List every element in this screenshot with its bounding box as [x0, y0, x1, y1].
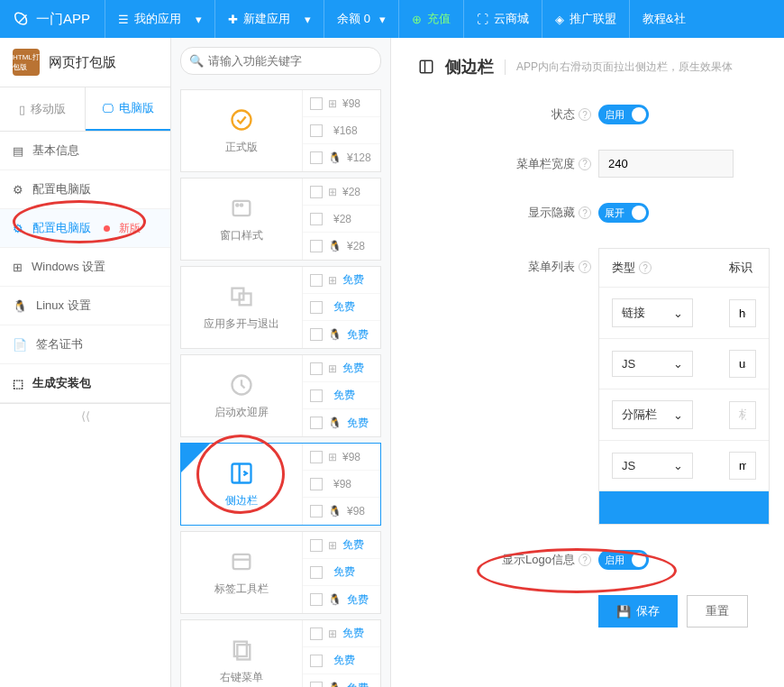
nav-recharge[interactable]: ⊕ 充值 [398, 0, 463, 38]
price-row[interactable]: 🐧 免费 [303, 586, 380, 613]
sidebar-item-windows[interactable]: ⊞ Windows 设置 [0, 248, 170, 287]
price-row[interactable]: 🐧 ¥98 [303, 498, 380, 525]
feature-card-2[interactable]: 应用多开与退出 ⊞ 免费 免费 🐧 免费 [180, 266, 381, 349]
new-dot-icon [104, 225, 110, 232]
help-icon[interactable]: ? [579, 261, 591, 273]
price-row[interactable]: ⊞ ¥98 [303, 444, 380, 471]
checkbox[interactable] [310, 627, 323, 640]
price-row[interactable]: 🐧 ¥28 [303, 233, 380, 260]
price-text: 免费 [342, 626, 364, 641]
price-row[interactable]: 🐧 免费 [303, 674, 380, 687]
checkbox[interactable] [310, 240, 323, 252]
tab-label: 电脑版 [119, 100, 154, 116]
price-row[interactable]: ⊞ 免费 [303, 620, 380, 647]
feature-card-4[interactable]: 侧边栏 ⊞ ¥98 ¥98 🐧 ¥98 [180, 443, 381, 526]
search-input[interactable] [180, 47, 381, 75]
id-input[interactable] [729, 452, 756, 480]
id-input[interactable] [729, 350, 756, 378]
id-input[interactable] [729, 299, 756, 327]
price-row[interactable]: ⊞ 免费 [303, 355, 380, 382]
price-text: 免费 [347, 681, 369, 688]
checkbox[interactable] [310, 655, 323, 667]
nav-my-apps[interactable]: ☰ 我的应用 ▾ [105, 0, 214, 38]
help-icon[interactable]: ? [579, 108, 591, 121]
toggle-state[interactable]: 启用 [598, 105, 649, 124]
toggle-logo[interactable]: 启用 [598, 550, 649, 570]
help-icon[interactable]: ? [579, 158, 591, 170]
toggle-showhide[interactable]: 展开 [598, 203, 649, 223]
checkbox[interactable] [310, 505, 323, 518]
id-input[interactable] [729, 401, 756, 429]
reset-button[interactable]: 重置 [687, 595, 748, 627]
price-text: ¥28 [342, 186, 360, 198]
nav-tutorial[interactable]: 教程&社 [629, 0, 698, 38]
checkbox[interactable] [310, 274, 323, 287]
type-select[interactable]: JS ⌄ [612, 453, 693, 479]
price-row[interactable]: 🐧 免费 [303, 409, 380, 436]
sidebar-item-label: 生成安装包 [32, 375, 91, 391]
feature-card-1[interactable]: 窗口样式 ⊞ ¥28 ¥28 🐧 ¥28 [180, 178, 381, 261]
type-select[interactable]: 分隔栏 ⌄ [612, 400, 693, 429]
checkbox[interactable] [310, 682, 323, 687]
price-row[interactable]: ¥28 [303, 206, 380, 233]
nav-label: 推广联盟 [570, 11, 616, 27]
price-row[interactable]: ⊞ ¥28 [303, 179, 380, 206]
checkbox[interactable] [310, 186, 323, 198]
price-row[interactable]: ¥168 [303, 117, 380, 144]
checkbox[interactable] [310, 478, 323, 490]
os-icon: 🐧 [328, 505, 342, 518]
price-row[interactable]: 免费 [303, 294, 380, 321]
checkbox[interactable] [310, 97, 323, 110]
nav-cloud-mall[interactable]: ⛶ 云商城 [463, 0, 542, 38]
checkbox[interactable] [310, 362, 323, 375]
sidebar-item-config1[interactable]: ⚙ 配置电脑版 [0, 170, 170, 209]
price-row[interactable]: ¥98 [303, 471, 380, 498]
price-row[interactable]: 免费 [303, 382, 380, 409]
sidebar-item-cert[interactable]: 📄 签名证书 [0, 325, 170, 364]
checkbox[interactable] [310, 417, 323, 429]
price-row[interactable]: ⊞ 免费 [303, 267, 380, 294]
sidebar-item-basic[interactable]: ▤ 基本信息 [0, 132, 170, 170]
help-icon[interactable]: ? [579, 206, 591, 219]
feature-card-5[interactable]: 标签工具栏 ⊞ 免费 免费 🐧 免费 [180, 531, 381, 614]
price-row[interactable]: 免费 [303, 647, 380, 674]
save-button[interactable]: 💾 保存 [598, 595, 678, 627]
checkbox[interactable] [310, 593, 323, 606]
feature-card-0[interactable]: 正式版 ⊞ ¥98 ¥168 🐧 ¥128 [180, 89, 381, 172]
type-select[interactable]: 链接 ⌄ [612, 298, 693, 327]
tab-desktop[interactable]: 🖵 电脑版 [86, 87, 170, 131]
price-row[interactable]: ⊞ ¥98 [303, 90, 380, 117]
svg-point-3 [241, 204, 242, 206]
input-width[interactable] [598, 150, 734, 178]
collapse-sidebar[interactable]: ⟨⟨ [0, 403, 170, 428]
checkbox[interactable] [310, 539, 323, 552]
checkbox[interactable] [310, 566, 323, 579]
checkbox[interactable] [310, 301, 323, 314]
feature-card-6[interactable]: 右键菜单 ⊞ 免费 免费 🐧 免费 [180, 619, 381, 687]
menu-table: 类型 ? 标识 链接 ⌄ [598, 248, 770, 525]
checkbox[interactable] [310, 389, 323, 402]
price-row[interactable]: 🐧 免费 [303, 321, 380, 348]
price-row[interactable]: 🐧 ¥128 [303, 144, 380, 171]
sidebar-item-config2[interactable]: ⚙ 配置电脑版 新版 [0, 209, 170, 248]
feature-card-3[interactable]: 启动欢迎屏 ⊞ 免费 免费 🐧 免费 [180, 354, 381, 437]
nav-new-app[interactable]: ✚ 新建应用 ▾ [214, 0, 324, 38]
sidebar-item-linux[interactable]: 🐧 Linux 设置 [0, 287, 170, 325]
help-icon[interactable]: ? [579, 554, 591, 566]
nav-promo[interactable]: ◈ 推广联盟 [542, 0, 629, 38]
type-select[interactable]: JS ⌄ [612, 351, 693, 377]
nav-balance[interactable]: 余额 0 ▾ [324, 0, 398, 38]
checkbox[interactable] [310, 328, 323, 341]
checkbox[interactable] [310, 124, 323, 137]
tab-mobile[interactable]: ▯ 移动版 [0, 87, 86, 131]
help-icon[interactable]: ? [639, 261, 652, 274]
add-row-bar[interactable] [599, 491, 769, 524]
checkbox[interactable] [310, 213, 323, 225]
price-row[interactable]: ⊞ 免费 [303, 532, 380, 559]
sidebar-item-build[interactable]: ⬚ 生成安装包 [0, 364, 170, 403]
checkbox[interactable] [310, 151, 323, 164]
price-text: 免费 [347, 416, 369, 431]
checkbox[interactable] [310, 451, 323, 463]
label-width: 菜单栏宽度 ? [418, 156, 598, 172]
price-row[interactable]: 免费 [303, 559, 380, 586]
